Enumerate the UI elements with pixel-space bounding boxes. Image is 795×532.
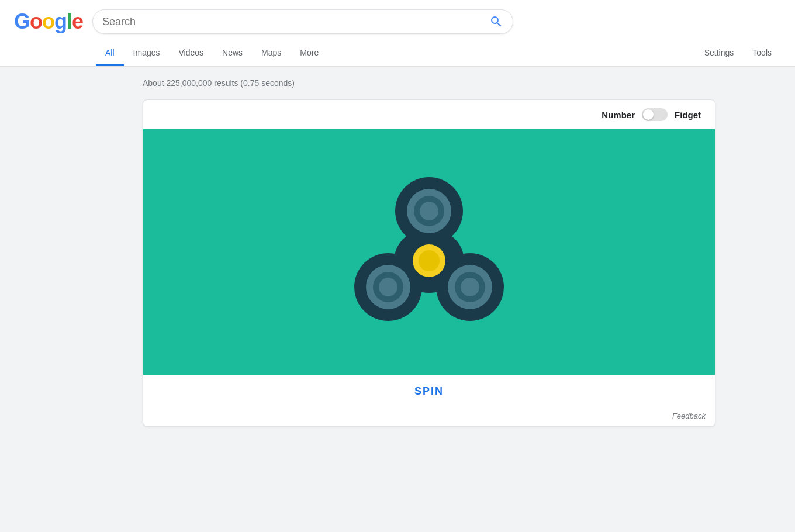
- results-info: About 225,000,000 results (0.75 seconds): [143, 78, 795, 88]
- fidget-spinner-svg[interactable]: [336, 158, 523, 346]
- top-ring-inner: [420, 202, 438, 220]
- tab-more[interactable]: More: [291, 41, 328, 66]
- logo-letter-g2: g: [54, 9, 67, 33]
- nav-tabs: All Images Videos News Maps More Setting…: [96, 41, 781, 66]
- search-input[interactable]: spinner: [102, 16, 489, 28]
- number-label: Number: [602, 110, 635, 120]
- br-ring-inner: [461, 278, 479, 296]
- card-top: Number Fidget: [143, 100, 715, 129]
- tab-settings[interactable]: Settings: [695, 41, 744, 66]
- logo-letter-g: G: [14, 9, 30, 33]
- feedback-link[interactable]: Feedback: [672, 412, 706, 420]
- spinner-area[interactable]: [143, 129, 715, 375]
- spinner-card: Number Fidget: [143, 99, 716, 427]
- fidget-label: Fidget: [675, 110, 701, 120]
- tab-videos[interactable]: Videos: [169, 41, 213, 66]
- header-top: Google spinner: [14, 9, 781, 34]
- spin-button[interactable]: SPIN: [414, 385, 444, 398]
- logo-letter-l: l: [67, 9, 72, 33]
- tab-news[interactable]: News: [213, 41, 252, 66]
- logo-letter-e: e: [72, 9, 83, 33]
- header: Google spinner All Images Videos News Ma…: [0, 0, 795, 67]
- logo-letter-o2: o: [42, 9, 54, 33]
- center-bearing-inner: [419, 250, 440, 271]
- logo-letter-o1: o: [30, 9, 42, 33]
- tab-maps[interactable]: Maps: [252, 41, 291, 66]
- search-bar: spinner: [92, 9, 513, 34]
- search-icon: [489, 15, 503, 29]
- toggle-thumb: [643, 109, 654, 120]
- spin-button-area: SPIN: [143, 375, 715, 408]
- feedback-row: Feedback: [143, 408, 715, 426]
- tab-images[interactable]: Images: [124, 41, 170, 66]
- mode-toggle[interactable]: [642, 108, 668, 121]
- tab-tools[interactable]: Tools: [743, 41, 781, 66]
- bl-ring-inner: [379, 278, 398, 296]
- nav-right: Settings Tools: [695, 41, 781, 66]
- google-logo[interactable]: Google: [14, 9, 83, 34]
- search-button[interactable]: [489, 15, 503, 29]
- main-content: About 225,000,000 results (0.75 seconds)…: [0, 67, 795, 438]
- tab-all[interactable]: All: [96, 41, 124, 66]
